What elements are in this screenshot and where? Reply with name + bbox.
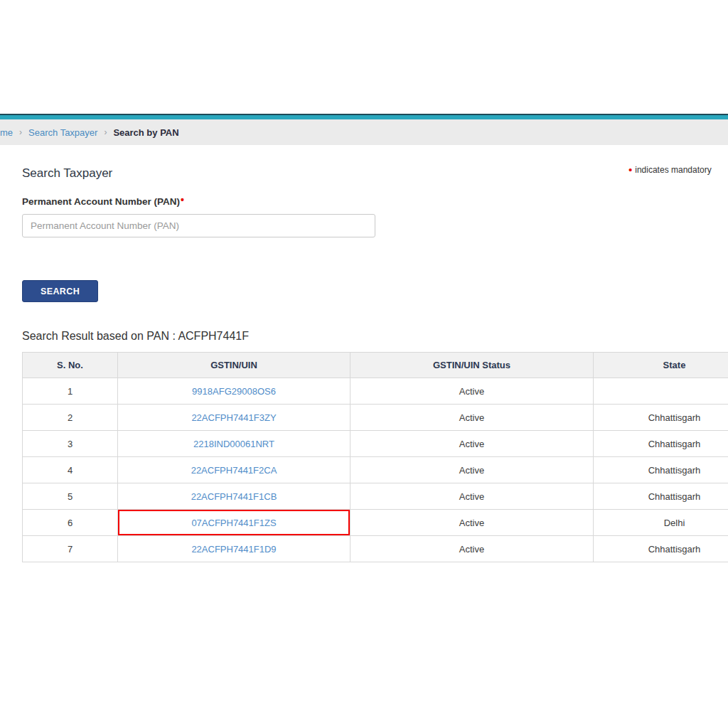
gstin-link[interactable]: 07ACFPH7441F1ZS	[191, 518, 276, 528]
cell-gstin: 22ACFPH7441F1D9	[118, 536, 350, 562]
search-results-table: S. No. GSTIN/UIN GSTIN/UIN Status State …	[22, 352, 728, 562]
table-header-row: S. No. GSTIN/UIN GSTIN/UIN Status State	[23, 353, 728, 378]
gstin-link[interactable]: 22ACFPH7441F1D9	[191, 544, 276, 555]
table-row: 32218IND00061NRTActiveChhattisgarh	[23, 431, 728, 457]
cell-sno: 1	[23, 378, 118, 405]
cell-state: Chhattisgarh	[594, 483, 728, 510]
page-title: Search Taxpayer	[22, 145, 728, 181]
pan-label-text: Permanent Account Number (PAN)	[22, 196, 180, 207]
header-state: State	[594, 353, 728, 378]
pan-label: Permanent Account Number (PAN)•	[22, 194, 728, 207]
cell-state: Chhattisgarh	[594, 431, 728, 457]
mandatory-dot-icon: •	[628, 164, 632, 176]
cell-status: Active	[350, 483, 594, 510]
cell-gstin-highlighted: 07ACFPH7441F1ZS	[118, 510, 350, 536]
cell-gstin: 9918AFG29008OS6	[118, 378, 350, 405]
search-result-heading: Search Result based on PAN : ACFPH7441F	[22, 302, 728, 343]
main-content: •indicates mandatory Search Taxpayer Per…	[0, 145, 728, 562]
header-sno: S. No.	[23, 353, 118, 378]
top-accent-bar	[0, 114, 728, 119]
mandatory-note: •indicates mandatory	[628, 164, 712, 176]
cell-status: Active	[350, 378, 594, 405]
cell-status: Active	[350, 431, 594, 457]
gstin-link[interactable]: 9918AFG29008OS6	[192, 386, 276, 397]
cell-gstin: 22ACFPH7441F1CB	[118, 483, 350, 510]
cell-sno: 4	[23, 457, 118, 483]
pan-input[interactable]	[22, 214, 375, 237]
chevron-separator-icon: ›	[104, 127, 107, 137]
search-button[interactable]: SEARCH	[22, 280, 98, 302]
header-gstin-status: GSTIN/UIN Status	[350, 353, 594, 378]
table-row: 19918AFG29008OS6Active	[23, 378, 728, 405]
cell-status: Active	[350, 457, 594, 483]
cell-status: Active	[350, 510, 594, 536]
cell-gstin: 22ACFPH7441F3ZY	[118, 405, 350, 431]
cell-sno: 2	[23, 405, 118, 431]
cell-status: Active	[350, 405, 594, 431]
gstin-link[interactable]: 22ACFPH7441F1CB	[191, 491, 277, 502]
cell-state: Chhattisgarh	[594, 405, 728, 431]
cell-sno: 7	[23, 536, 118, 562]
cell-state: Delhi	[594, 510, 728, 536]
breadcrumb: me › Search Taxpayer › Search by PAN	[0, 119, 728, 145]
required-marker-icon: •	[181, 194, 184, 205]
breadcrumb-current-page: Search by PAN	[113, 127, 178, 138]
table-row: 222ACFPH7441F3ZYActiveChhattisgarh	[23, 405, 728, 431]
table-row: 422ACFPH7441F2CAActiveChhattisgarh	[23, 457, 728, 483]
cell-sno: 6	[23, 510, 118, 536]
chevron-separator-icon: ›	[19, 127, 22, 137]
cell-gstin: 2218IND00061NRT	[118, 431, 350, 457]
table-row: 607ACFPH7441F1ZSActiveDelhi	[23, 510, 728, 536]
gstin-link[interactable]: 22ACFPH7441F2CA	[191, 465, 277, 476]
header-gstin: GSTIN/UIN	[118, 353, 350, 378]
cell-state: Chhattisgarh	[594, 457, 728, 483]
cell-state: Chhattisgarh	[594, 536, 728, 562]
gstin-link[interactable]: 2218IND00061NRT	[193, 439, 274, 449]
table-row: 722ACFPH7441F1D9ActiveChhattisgarh	[23, 536, 728, 562]
mandatory-note-text: indicates mandatory	[635, 165, 711, 175]
cell-sno: 3	[23, 431, 118, 457]
cell-sno: 5	[23, 483, 118, 510]
cell-state	[594, 378, 728, 405]
cell-status: Active	[350, 536, 594, 562]
page-content: me › Search Taxpayer › Search by PAN •in…	[0, 114, 728, 562]
gstin-link[interactable]: 22ACFPH7441F3ZY	[191, 412, 276, 423]
table-row: 522ACFPH7441F1CBActiveChhattisgarh	[23, 483, 728, 510]
breadcrumb-search-taxpayer-link[interactable]: Search Taxpayer	[28, 127, 97, 138]
breadcrumb-home-link[interactable]: me	[0, 127, 13, 138]
cell-gstin: 22ACFPH7441F2CA	[118, 457, 350, 483]
